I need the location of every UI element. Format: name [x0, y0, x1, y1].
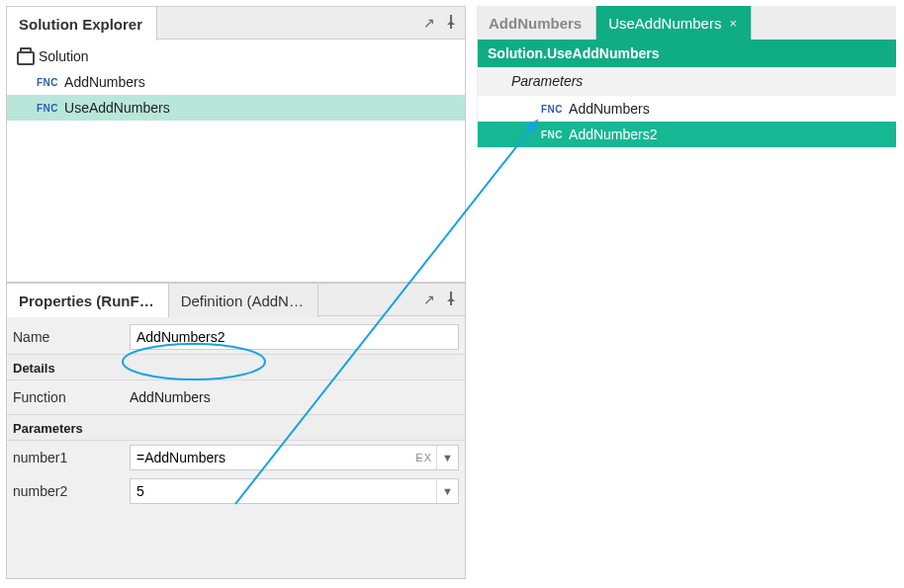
- param-item-label: AddNumbers2: [569, 126, 658, 142]
- tab-label: Solution Explorer: [19, 16, 142, 33]
- tree-item[interactable]: FNC UseAddNumbers: [7, 95, 465, 121]
- chevron-down-icon[interactable]: ▼: [436, 446, 458, 469]
- param-input[interactable]: [131, 479, 436, 503]
- solution-explorer-header: Solution Explorer ↗: [6, 6, 466, 40]
- tab-solution-explorer[interactable]: Solution Explorer: [7, 7, 157, 41]
- prop-row-param: number2 ▼: [7, 474, 465, 508]
- solution-icon: [17, 49, 33, 63]
- tab-label: Definition (AddN…: [181, 293, 304, 309]
- prop-row-function: Function AddNumbers: [7, 380, 465, 414]
- name-field[interactable]: [130, 324, 459, 350]
- fnc-badge-icon: FNC: [541, 104, 563, 115]
- param-item-label: AddNumbers: [569, 101, 650, 117]
- tab-addnumbers[interactable]: AddNumbers: [477, 6, 596, 40]
- fnc-badge-icon: FNC: [541, 129, 563, 140]
- tab-definition[interactable]: Definition (AddN…: [169, 284, 318, 317]
- tab-properties[interactable]: Properties (RunF…: [7, 284, 169, 317]
- fnc-badge-icon: FNC: [37, 103, 58, 114]
- param-combo[interactable]: EX ▼: [130, 445, 459, 470]
- popout-icon[interactable]: ↗: [423, 15, 435, 31]
- parameters-group-header[interactable]: Parameters: [478, 67, 896, 96]
- function-value: AddNumbers: [130, 389, 211, 405]
- prop-label: Name: [13, 329, 130, 345]
- prop-label: number2: [13, 483, 130, 499]
- expression-badge-icon: EX: [411, 452, 436, 463]
- param-input[interactable]: [131, 446, 411, 469]
- tree-item[interactable]: FNC AddNumbers: [7, 69, 465, 95]
- editor-tabbar: AddNumbers UseAddNumbers ×: [477, 6, 896, 40]
- tree-root-label: Solution: [39, 48, 89, 64]
- tree-item-label: UseAddNumbers: [64, 100, 170, 116]
- properties-panel: Name Details Function AddNumbers Paramet…: [6, 316, 466, 579]
- param-combo[interactable]: ▼: [130, 478, 459, 504]
- popout-icon[interactable]: ↗: [423, 292, 435, 307]
- breadcrumb: Solution.UseAddNumbers: [478, 40, 896, 67]
- editor-body: Solution.UseAddNumbers Parameters FNC Ad…: [477, 40, 896, 147]
- section-header-parameters: Parameters: [7, 414, 465, 441]
- tab-useaddnumbers[interactable]: UseAddNumbers ×: [596, 6, 752, 40]
- section-header-details: Details: [7, 354, 465, 380]
- pin-icon[interactable]: [445, 15, 457, 32]
- prop-label: number1: [13, 450, 130, 465]
- prop-row-name: Name: [7, 320, 465, 354]
- close-icon[interactable]: ×: [729, 16, 737, 31]
- param-item[interactable]: FNC AddNumbers: [478, 96, 896, 122]
- chevron-down-icon[interactable]: ▼: [436, 479, 458, 503]
- param-item[interactable]: FNC AddNumbers2: [478, 122, 896, 147]
- tree-root[interactable]: Solution: [7, 43, 465, 69]
- fnc-badge-icon: FNC: [37, 77, 58, 88]
- pin-icon[interactable]: [445, 292, 457, 308]
- prop-row-param: number1 EX ▼: [7, 441, 465, 474]
- tab-label: UseAddNumbers: [608, 15, 721, 32]
- properties-header: Properties (RunF… Definition (AddN… ↗: [6, 283, 466, 316]
- tab-label: Properties (RunF…: [19, 293, 154, 309]
- tab-label: AddNumbers: [489, 15, 582, 32]
- prop-label: Function: [13, 389, 130, 405]
- solution-tree: Solution FNC AddNumbers FNC UseAddNumber…: [6, 40, 466, 283]
- tree-item-label: AddNumbers: [64, 74, 145, 90]
